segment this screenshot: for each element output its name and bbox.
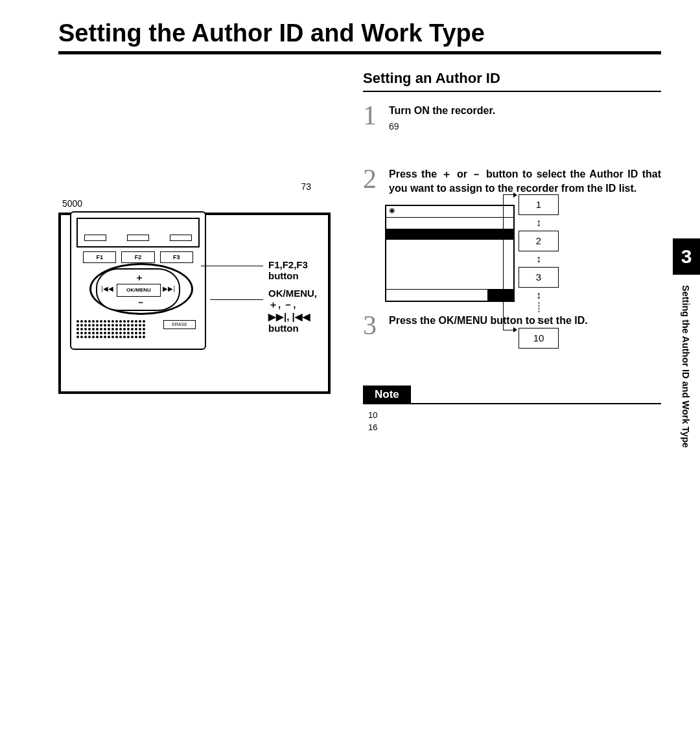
forward-icon: ▶▶| [163,285,175,292]
note-ref-10: 10 [368,409,661,421]
erase-button: ERASE [163,320,196,329]
device-illustration: F1 F2 F3 ＋ OK/MENU － |◀◀ ▶▶| [58,213,331,394]
updown-arrow-icon: ↕ [519,218,559,228]
page-title: Setting the Author ID and Work Type [58,19,661,47]
id-box-3: 3 [519,267,559,288]
f2-key: F2 [121,251,154,263]
note-ref-16: 16 [368,422,661,433]
ref-5000: 5000 [62,198,82,209]
step-1-ref: 69 [389,121,661,133]
okmenu-button: OK/MENU [117,284,161,297]
chapter-tab: 3 [673,238,700,275]
step-3-number: 3 [363,314,382,338]
plus-icon: ＋ [135,272,144,284]
step-1-number: 1 [363,104,382,132]
title-rule [58,51,661,54]
ref-73: 73 [301,181,311,192]
section-title: Setting an Author ID [363,70,661,92]
id-box-1: 1 [519,194,559,215]
step-2-number: 2 [363,167,382,195]
author-list-screen: ◉ [385,205,515,302]
step-1-text: Turn ON the recorder. [389,104,661,118]
chapter-side-label: Setting the Author ID and Work Type [681,285,691,448]
f1-key: F1 [83,251,116,263]
minus-icon: － [136,297,145,308]
id-box-10: 10 [519,328,559,349]
updown-arrow-dashed-icon: ↕ [519,290,559,312]
speaker-grille [76,320,148,338]
updown-arrow-icon: ↕ [519,254,559,264]
id-box-2: 2 [519,231,559,251]
callout-nav: OK/MENU,＋, －, ▶▶|, |◀◀ button [268,288,328,334]
id-selection-diagram: 1 ↕ 2 ↕ 3 ↕ ↕ 10 [519,194,559,349]
step-2-text: Press the ＋ or － button to select the Au… [389,167,661,195]
f3-key: F3 [160,251,193,263]
updown-arrow-icon: ↕ [519,315,559,325]
callout-fkeys: F1,F2,F3 button [268,259,308,281]
rewind-icon: |◀◀ [101,285,113,292]
note-label: Note [363,386,411,404]
